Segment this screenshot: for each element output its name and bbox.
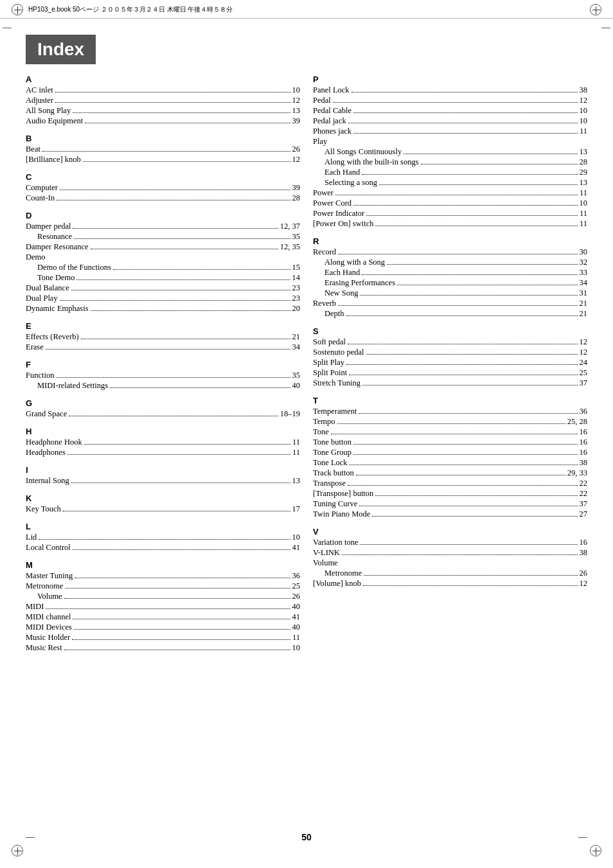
- entry-dots: [360, 295, 577, 296]
- entry-dots: [110, 387, 290, 388]
- list-item: Headphone Hook11: [26, 438, 300, 447]
- list-item: Panel Lock38: [313, 85, 587, 95]
- entry-dots: [85, 123, 290, 123]
- entry-page: 30: [580, 247, 588, 257]
- entry-name: Resonance: [37, 232, 72, 242]
- entry-name: Depth: [324, 309, 344, 319]
- entry-page: 13: [580, 147, 588, 157]
- section-letter-E: E: [26, 321, 300, 331]
- entry-dots: [72, 639, 290, 640]
- entry-name: Pedal Cable: [313, 106, 351, 116]
- entry-page: 13: [292, 106, 301, 116]
- entry-name: Tuning Curve: [313, 499, 357, 509]
- entry-dots: [46, 349, 290, 350]
- page-number: 50: [301, 832, 312, 842]
- entry-name: Tone: [313, 427, 329, 437]
- list-item: [Brilliance] knob12: [26, 155, 300, 164]
- entry-page: 12: [580, 579, 588, 589]
- entry-name: Erasing Performances: [324, 278, 395, 288]
- list-item: Along with the built-in songs28: [313, 157, 587, 167]
- entry-page: 16: [580, 448, 588, 457]
- right-column: PPanel Lock38Pedal12Pedal Cable10Pedal j…: [313, 75, 587, 653]
- entry-page: 17: [292, 504, 301, 514]
- list-item: [Power On] switch11: [313, 219, 587, 229]
- list-item: Transpose22: [313, 479, 587, 488]
- top-left-registration: [12, 4, 23, 15]
- entry-page: 11: [580, 219, 587, 229]
- list-item: Tempo25, 28: [313, 417, 587, 427]
- section-letter-P: P: [313, 75, 587, 84]
- entry-dots: [338, 305, 577, 306]
- entry-dots: [362, 274, 577, 275]
- entry-dots: [421, 164, 578, 164]
- entry-page: 28: [292, 193, 301, 203]
- entry-dots: [338, 254, 577, 254]
- entry-dots: [81, 339, 290, 339]
- entry-page: 26: [580, 569, 588, 578]
- entry-dots: [71, 290, 290, 290]
- entry-dots: [335, 195, 578, 195]
- entry-name: Erase: [26, 342, 44, 352]
- entry-name: Pedal jack: [313, 116, 346, 126]
- list-item: Grand Space18–19: [26, 409, 300, 419]
- entry-page: 10: [292, 85, 301, 95]
- entry-page: 40: [292, 602, 301, 612]
- entry-name: Phones jack: [313, 127, 351, 136]
- entry-name: MIDI Devices: [26, 623, 72, 632]
- entry-page: 29: [580, 168, 588, 177]
- list-item: Each Hand33: [313, 268, 587, 278]
- list-item: Depth21: [313, 309, 587, 319]
- entry-dots: [366, 354, 578, 355]
- entry-dots: [57, 200, 290, 200]
- entry-name: New Song: [324, 288, 358, 298]
- entry-dots: [353, 444, 578, 445]
- section-letter-T: T: [313, 396, 587, 405]
- title-block: Index: [26, 35, 587, 64]
- entry-dots: [375, 226, 578, 226]
- list-item: Metronome26: [313, 569, 587, 578]
- section-letter-F: F: [26, 360, 300, 369]
- entry-page: 23: [292, 294, 301, 303]
- entry-dots: [73, 549, 290, 550]
- entry-name: Tempo: [313, 417, 335, 427]
- entry-name: Internal Song: [26, 476, 69, 486]
- entry-page: 12: [292, 96, 301, 105]
- entry-name: Each Hand: [324, 268, 360, 278]
- entry-name: MIDI: [26, 602, 44, 612]
- entry-name: Tone Demo: [37, 273, 75, 283]
- entry-page: 25, 28: [567, 417, 587, 427]
- entry-dots: [71, 483, 290, 483]
- entry-page: 38: [580, 85, 588, 95]
- entry-page: 41: [292, 612, 301, 622]
- list-item: Twin Piano Mode27: [313, 509, 587, 519]
- entry-page: 28: [580, 157, 588, 167]
- list-item: Track button29, 33: [313, 468, 587, 478]
- entry-page: 15: [292, 263, 301, 272]
- entry-dots: [404, 154, 577, 154]
- entry-dots: [346, 315, 578, 316]
- entry-dots: [74, 629, 290, 630]
- entry-name: Tone Lock: [313, 458, 348, 468]
- entry-dots: [366, 215, 578, 216]
- entry-dots: [60, 190, 290, 190]
- list-item: Tone Lock38: [313, 458, 587, 468]
- list-item: Variation tone16: [313, 538, 587, 547]
- entry-name: Temperament: [313, 407, 357, 416]
- entry-dots: [360, 544, 577, 545]
- entry-page: 21: [580, 299, 588, 308]
- entry-page: 36: [580, 407, 588, 416]
- entry-page: 36: [292, 571, 301, 581]
- list-item: Split Point25: [313, 368, 587, 378]
- entry-page: 32: [580, 258, 588, 267]
- list-item: Beat26: [26, 145, 300, 154]
- entry-page: 11: [292, 448, 300, 457]
- list-item: Play: [313, 137, 587, 146]
- entry-dots: [356, 475, 565, 475]
- list-item: MIDI-related Settings40: [26, 381, 300, 391]
- section-letter-M: M: [26, 560, 300, 570]
- entry-name: Transpose: [313, 479, 346, 488]
- entry-name: Demo: [26, 252, 46, 262]
- entry-dots: [83, 161, 290, 162]
- section-letter-H: H: [26, 427, 300, 436]
- entry-dots: [362, 385, 578, 385]
